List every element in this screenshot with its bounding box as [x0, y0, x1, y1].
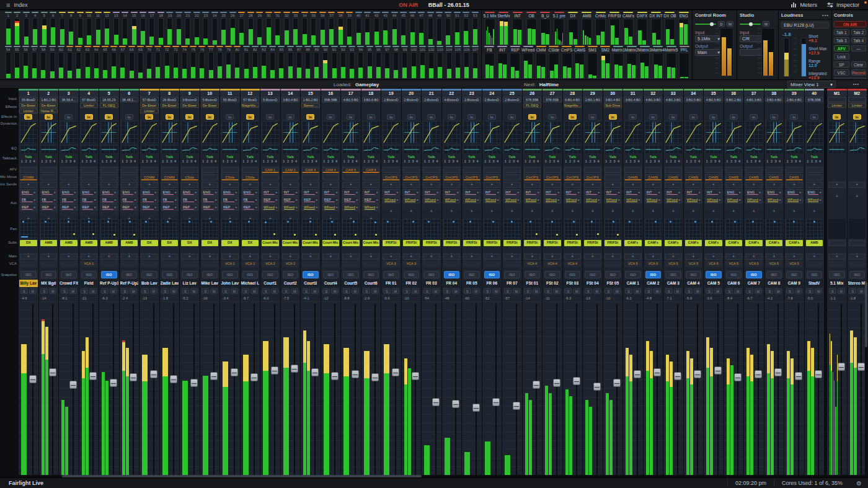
channel-name[interactable]: 5.1 Mix [828, 280, 846, 287]
matrix-sends-add[interactable]: + [363, 182, 380, 188]
afv-button[interactable] [524, 167, 541, 173]
mix-minus-button[interactable]: CAMS [685, 174, 702, 180]
input-patch[interactable]: 3:BlckmD [180, 97, 199, 102]
channel-name[interactable]: John Lav [221, 280, 239, 287]
loudness-mode[interactable]: EBU R128 (LU) [781, 22, 829, 29]
vca-assign[interactable] [443, 261, 461, 267]
fader-track[interactable] [173, 304, 174, 475]
channel-number[interactable]: 29 [583, 91, 603, 96]
input-patch[interactable]: 57:BlckD [241, 97, 260, 102]
input-patch[interactable]: 4:BlckmD [443, 97, 461, 102]
sub-add-button[interactable]: + [381, 247, 401, 253]
sub-bus-chip[interactable]: AMB [40, 240, 58, 246]
aux-add-button[interactable]: + [282, 211, 299, 217]
main-assign-button[interactable]: + [443, 254, 461, 260]
sub-add-button[interactable]: + [99, 247, 119, 253]
eq-graph[interactable] [262, 145, 279, 153]
mute-button[interactable]: M [392, 288, 399, 294]
eq-graph[interactable] [645, 145, 662, 153]
eq-graph[interactable] [282, 145, 299, 153]
snapshot-iso-button[interactable]: ISO [343, 271, 359, 278]
channel-number[interactable]: 7 [140, 91, 159, 96]
talkback-cell[interactable]: Talk1 2 3 4 [462, 154, 482, 166]
input-patch[interactable]: 2:B0,1:B0 [583, 97, 602, 102]
talkback-cell[interactable]: Talk1 2 3 4 [744, 154, 764, 166]
aux-send-chip[interactable]: REP▸ [81, 204, 98, 211]
main-assign-button[interactable]: + [322, 254, 340, 260]
snapshot-iso-button[interactable]: ISO [504, 271, 520, 278]
mix-minus-button[interactable]: CSide [181, 174, 198, 180]
snapshot-iso-button[interactable]: ISO [20, 271, 37, 278]
input-patch[interactable]: 578,55B [523, 97, 542, 102]
sub-add-button[interactable]: + [260, 247, 280, 253]
effects-in-button[interactable]: In [85, 114, 93, 120]
channel-number[interactable]: 37 [744, 91, 764, 96]
mix-minus-button[interactable]: COMM [20, 174, 37, 180]
sub-add-button[interactable]: + [502, 247, 522, 253]
solo-button[interactable]: S [665, 288, 673, 294]
vsc-button[interactable]: VSC [834, 69, 849, 76]
main-assign-button[interactable]: + [242, 254, 259, 260]
dynamics-graph[interactable] [725, 121, 743, 144]
snapshot-iso-button[interactable]: ISO [484, 271, 500, 278]
vca-assign[interactable] [20, 261, 37, 267]
talkback-cell[interactable]: Talk1 2 3 4 [583, 154, 603, 166]
input-patch[interactable]: 5:B0,2:B0 [725, 97, 743, 102]
talkback-cell[interactable]: Talk1 2 3 4 [79, 154, 99, 166]
afv-button[interactable] [242, 167, 259, 173]
dynamics-graph[interactable] [786, 121, 803, 144]
snapshot-iso-button[interactable]: ISO [202, 271, 218, 278]
solo-button[interactable]: S [849, 288, 856, 294]
mix-minus-button[interactable] [202, 174, 219, 180]
afv-button[interactable] [202, 167, 219, 173]
snapshot-iso-button[interactable]: ISO [222, 271, 238, 278]
matrix-sends-add[interactable]: + [645, 182, 662, 188]
solo-button[interactable]: S [403, 288, 410, 294]
fader-handle[interactable] [352, 370, 359, 378]
channel-number[interactable]: 12 [241, 91, 260, 96]
aux-send-chip[interactable]: FB▸ [181, 197, 198, 203]
eq-graph[interactable] [322, 145, 340, 153]
matrix-sends-add[interactable]: + [665, 182, 682, 188]
input-patch[interactable]: 578,55B [543, 97, 562, 102]
fader-handle[interactable] [331, 372, 339, 380]
aux-send-chip[interactable]: WFeed▸ [604, 197, 622, 203]
mix-minus-button[interactable] [262, 174, 279, 180]
dynamics-graph[interactable] [685, 121, 702, 144]
channel-number[interactable]: 36 [724, 91, 744, 96]
talkback-cell[interactable]: Talk1 2 3 4 [301, 154, 321, 166]
afv-button[interactable] [745, 167, 763, 173]
fader-track[interactable] [213, 304, 215, 475]
solo-button[interactable]: S [61, 288, 68, 294]
channel-number[interactable]: 17 [341, 91, 361, 96]
fader-handle[interactable] [593, 383, 601, 391]
aux-add-button[interactable]: + [624, 204, 642, 210]
aux-send-chip[interactable]: WFeed▸ [665, 197, 682, 203]
aux-send-chip[interactable]: WFeed▸ [745, 197, 763, 203]
mute-button[interactable]: M [110, 288, 117, 294]
vca-assign[interactable]: VCA 5 [725, 261, 743, 267]
vca-assign[interactable]: VCA 1 [221, 261, 239, 267]
sub-add-button[interactable]: + [603, 247, 623, 253]
mute-button[interactable]: M [653, 288, 661, 294]
main-assign-button[interactable]: + [423, 254, 440, 260]
channel-name[interactable]: FR 07 [503, 280, 521, 287]
mix-minus-button[interactable]: COMM [141, 174, 158, 180]
talkback-cell[interactable]: Talk1 2 3 4 [764, 154, 784, 166]
dynamics-graph[interactable] [624, 121, 642, 144]
mute-button[interactable]: M [838, 288, 845, 294]
solo-button[interactable]: S [363, 288, 370, 294]
sub-bus-chip[interactable]: FR/FSt [423, 240, 440, 246]
effect-chip[interactable]: De-Esser [201, 103, 219, 108]
sub-bus-chip[interactable]: FR/FSt [544, 240, 561, 246]
main-assign-button[interactable]: + [705, 254, 722, 260]
channel-name[interactable]: MX Bgd [40, 280, 58, 287]
channel-number[interactable]: 19 [381, 91, 401, 96]
vca-assign[interactable] [584, 261, 601, 267]
solo-button[interactable]: S [564, 288, 572, 294]
effects-in-button[interactable]: In [105, 114, 113, 120]
fader-handle[interactable] [714, 366, 722, 375]
fader-track[interactable] [334, 304, 335, 475]
sub-bus-chip[interactable]: Court Mic [363, 240, 380, 246]
snapshot-iso-button[interactable]: ISO [625, 271, 641, 278]
